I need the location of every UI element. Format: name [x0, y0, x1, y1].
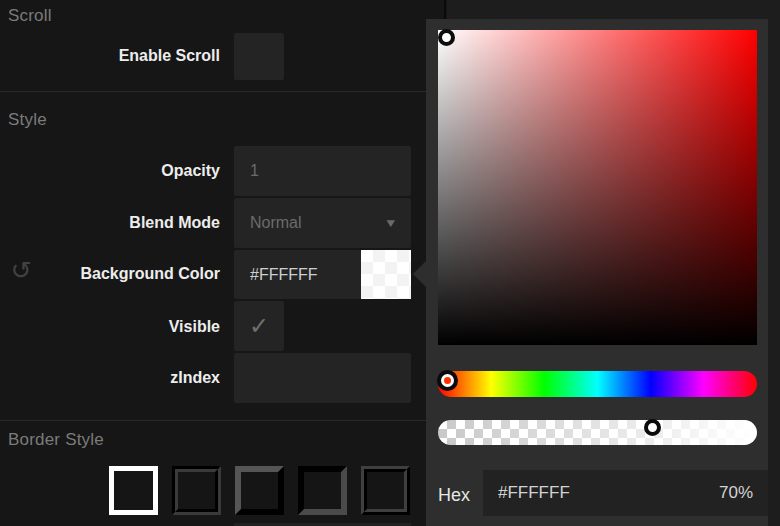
opacity-input[interactable] — [234, 146, 411, 196]
zindex-input[interactable] — [234, 353, 411, 403]
alpha-slider[interactable] — [438, 420, 757, 445]
visible-label: Visible — [0, 316, 220, 338]
section-title-style: Style — [8, 110, 47, 130]
hex-value-input[interactable] — [483, 483, 719, 503]
section-title-scroll: Scroll — [8, 6, 52, 26]
border-style-option-groove[interactable] — [172, 466, 221, 515]
opacity-label: Opacity — [0, 160, 220, 182]
border-style-option-outset[interactable] — [235, 466, 284, 515]
saturation-area[interactable] — [438, 30, 757, 345]
background-color-swatch[interactable] — [361, 250, 411, 299]
caret-down-icon: ▼ — [387, 218, 395, 228]
blend-mode-label: Blend Mode — [0, 212, 220, 234]
popup-arrow — [413, 261, 426, 287]
alpha-percent-value[interactable]: 70% — [719, 483, 775, 503]
check-icon: ✓ — [249, 312, 269, 340]
blend-mode-select[interactable]: Normal ▼ — [234, 198, 411, 248]
hex-input-box: 70% — [483, 470, 768, 516]
background-color-hex-input[interactable] — [234, 250, 361, 299]
border-style-option-solid[interactable] — [109, 466, 158, 515]
border-style-option-ridge[interactable] — [361, 466, 410, 515]
hue-slider-handle[interactable] — [441, 374, 454, 387]
zindex-label: zIndex — [0, 367, 220, 389]
background-color-label: Background Color — [0, 263, 220, 285]
section-title-border-style: Border Style — [8, 430, 104, 450]
enable-scroll-checkbox[interactable] — [234, 33, 284, 80]
hue-slider[interactable] — [438, 371, 757, 397]
border-style-option-inset[interactable] — [298, 466, 347, 515]
section-divider — [0, 420, 426, 421]
saturation-cursor[interactable] — [438, 29, 455, 46]
section-divider — [0, 91, 426, 92]
hex-label: Hex — [438, 484, 470, 506]
alpha-slider-handle[interactable] — [644, 419, 661, 436]
visible-checkbox[interactable]: ✓ — [234, 301, 284, 351]
color-picker-popup: Hex 70% — [426, 19, 768, 526]
swatch-fill — [361, 250, 411, 299]
panel-divider-line — [444, 0, 446, 19]
enable-scroll-label: Enable Scroll — [0, 45, 220, 67]
properties-panel: Scroll Enable Scroll Style Opacity Blend… — [0, 0, 780, 526]
blend-mode-value: Normal — [250, 214, 302, 232]
